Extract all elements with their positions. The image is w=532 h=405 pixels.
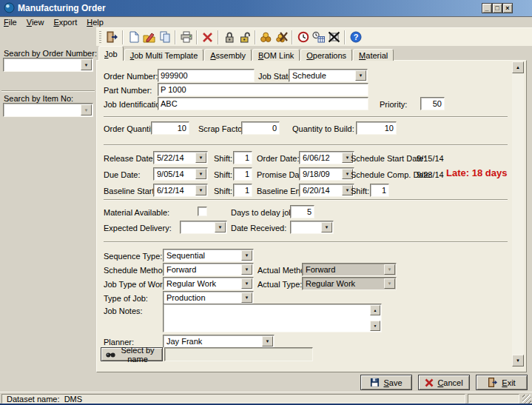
chevron-down-icon[interactable]: ▼ [321,222,332,232]
chevron-down-icon[interactable]: ▼ [241,250,252,261]
status-panel-secondary [468,394,519,404]
chevron-down-icon[interactable]: ▼ [195,185,206,195]
baseline-start-picker[interactable]: 6/12/14 ▼ [153,184,208,197]
resize-grip[interactable] [522,395,531,404]
toolbar-separator [175,30,176,44]
release-shift-input[interactable] [233,151,252,164]
menu-view[interactable]: View [27,18,50,27]
shift-label: Shift: [214,187,232,195]
material-remove-icon[interactable] [274,30,289,44]
window-title: Manufacturing Order [18,3,106,13]
scroll-down-icon[interactable]: ▼ [370,321,380,331]
order-date-picker[interactable]: 6/06/12 ▼ [299,151,354,164]
part-number-label: Part Number: [104,86,152,95]
menu-file[interactable]: File [4,18,22,27]
due-shift-input[interactable] [233,167,252,181]
print-icon[interactable] [178,30,194,44]
delete-icon[interactable] [200,30,215,44]
chevron-down-icon[interactable]: ▼ [262,336,273,347]
reschedule-clock-icon[interactable] [295,30,311,44]
quantity-to-build-input[interactable] [356,121,397,135]
menu-bar: File View Export Help [0,16,532,27]
job-notes-textarea[interactable]: ▲ ▼ [163,304,382,332]
job-type-of-work-combobox[interactable]: Regular Work ▼ [163,277,254,290]
scroll-down-icon[interactable]: ▼ [512,355,524,366]
chevron-down-icon[interactable]: ▼ [215,222,226,232]
job-state-combobox[interactable]: Schedule ▼ [289,69,368,82]
section-divider [104,144,508,146]
menu-help[interactable]: Help [87,18,109,27]
title-bar: Manufacturing Order _ □ × [0,0,532,17]
chevron-down-icon[interactable]: ▼ [195,153,206,163]
material-icon[interactable] [258,30,274,44]
priority-input[interactable] [420,97,445,110]
unlock-icon[interactable] [237,30,252,44]
toolbar-grip[interactable] [99,31,101,44]
days-to-delay-label: Days to delay job: [231,208,295,217]
job-identification-input[interactable] [158,97,368,110]
schedule-method-combobox[interactable]: Forward ▼ [163,263,254,276]
exit-button[interactable]: Exit [476,375,528,390]
tab-job[interactable]: Job [98,46,124,61]
sequence-type-combobox[interactable]: Sequential ▼ [163,249,254,262]
vertical-scrollbar[interactable]: ▲ ▼ [512,61,524,366]
schedule-icon[interactable] [311,30,326,44]
menu-export[interactable]: Export [53,18,82,27]
tab-material[interactable]: Material [353,49,394,61]
cancel-button[interactable]: Cancel [418,375,470,390]
chevron-down-icon[interactable]: ▼ [241,278,252,289]
binoculars-icon [106,350,115,358]
tab-assembly[interactable]: Assembly [204,49,252,61]
type-of-job-combobox[interactable]: Production ▼ [163,291,254,304]
select-by-name-button[interactable]: Select by name [101,347,163,361]
help-icon[interactable]: ? [348,30,363,44]
copy-record-icon[interactable] [157,30,172,44]
chevron-down-icon[interactable]: ▼ [241,264,252,275]
scrap-factor-input[interactable] [241,121,280,135]
section-divider [104,116,508,118]
schedule-shift-input[interactable] [370,184,389,197]
promise-date-picker[interactable]: 9/18/09 ▼ [299,167,354,181]
search-order-label: Search by Order Number: [4,49,97,58]
chevron-down-icon[interactable]: ▼ [355,70,366,81]
status-panel-dataset: Dataset name: DMS [1,394,465,404]
search-order-combobox[interactable]: ▼ [3,58,93,72]
tab-operations[interactable]: Operations [300,49,352,61]
tab-bom-link[interactable]: BOM Link [252,49,300,61]
date-received-picker[interactable]: ▼ [290,221,334,234]
sidebar-divider [1,90,95,92]
tab-job-multi-template[interactable]: Job Multi Template [124,49,204,61]
schedule-shift-label: Shift: [351,187,369,195]
baseline-shift-input[interactable] [233,184,252,197]
material-available-checkbox[interactable] [198,207,207,216]
expected-delivery-picker[interactable]: ▼ [180,221,227,234]
search-item-combobox: ▼ [3,103,93,117]
due-date-picker[interactable]: 9/05/14 ▼ [153,167,208,181]
scroll-up-icon[interactable]: ▲ [370,305,380,315]
chevron-down-icon[interactable]: ▼ [195,169,206,179]
chevron-down-icon[interactable]: ▼ [241,292,252,303]
save-button[interactable]: Save [360,375,412,390]
exit-icon[interactable] [104,30,120,44]
baseline-end-picker[interactable]: 6/20/14 ▼ [299,184,354,197]
planner-combobox[interactable]: Jay Frank ▼ [163,335,275,348]
part-number-input[interactable] [158,83,368,96]
minimize-button[interactable]: _ [482,3,492,13]
release-date-picker[interactable]: 5/22/14 ▼ [153,151,208,164]
chevron-down-icon[interactable]: ▼ [81,59,92,70]
expected-delivery-label: Expected Delivery: [104,224,172,232]
days-to-delay-input[interactable] [290,205,314,218]
scroll-up-icon[interactable]: ▲ [512,61,524,73]
edit-record-icon[interactable] [141,30,157,44]
due-date-label: Due Date: [104,170,141,179]
schedule-method-label: Schedule Method: [104,266,169,275]
date-received-label: Date Received: [231,224,286,232]
close-button[interactable]: × [502,3,513,13]
new-record-icon[interactable] [126,30,141,44]
order-quantity-input[interactable] [151,121,189,135]
maximize-button[interactable]: □ [492,3,502,13]
job-notes-label: Job Notes: [104,307,143,315]
lock-icon[interactable] [221,30,237,44]
order-number-input[interactable] [158,69,255,82]
unschedule-icon[interactable] [326,30,342,44]
